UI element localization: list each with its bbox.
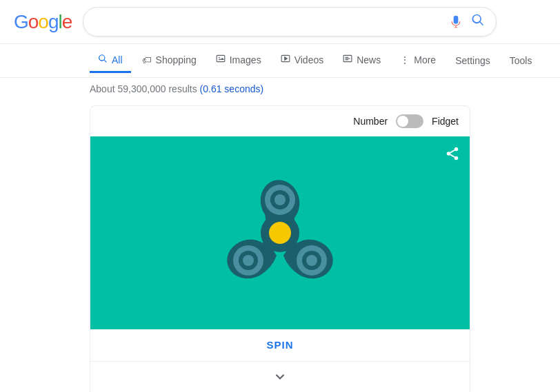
results-info: About 59,300,000 results (0.61 seconds) bbox=[0, 78, 560, 97]
tab-images-label: Images bbox=[230, 54, 261, 65]
tab-videos[interactable]: Videos bbox=[272, 48, 332, 73]
tab-videos-label: Videos bbox=[294, 54, 324, 65]
spinner-area bbox=[90, 136, 470, 329]
toggle-label-fidget: Fidget bbox=[432, 116, 459, 127]
tab-images[interactable]: Images bbox=[208, 48, 270, 73]
svg-point-22 bbox=[306, 255, 317, 266]
tab-shopping[interactable]: 🏷 Shopping bbox=[134, 49, 205, 73]
tools-link[interactable]: Tools bbox=[501, 50, 541, 72]
logo-e: e bbox=[62, 11, 72, 33]
search-button[interactable] bbox=[471, 13, 485, 30]
svg-point-28 bbox=[273, 226, 287, 240]
share-icon[interactable] bbox=[445, 146, 460, 165]
svg-point-9 bbox=[447, 152, 451, 156]
spinner-card: Number Fidget bbox=[90, 105, 470, 392]
search-input[interactable]: Fidget Spinner bbox=[94, 16, 449, 28]
settings-link[interactable]: Settings bbox=[447, 50, 499, 72]
tab-all-label: All bbox=[112, 54, 123, 65]
svg-line-11 bbox=[450, 154, 454, 157]
spin-button-area: SPIN bbox=[90, 329, 470, 362]
more-dots-icon: ⋮ bbox=[400, 54, 410, 65]
svg-marker-3 bbox=[284, 57, 287, 61]
tab-more-label: More bbox=[414, 54, 436, 65]
tab-news-label: News bbox=[357, 54, 381, 65]
results-count: About 59,300,000 results bbox=[90, 83, 197, 94]
microphone-icon[interactable] bbox=[449, 15, 463, 29]
svg-point-8 bbox=[454, 147, 459, 152]
google-logo[interactable]: Google bbox=[14, 11, 72, 33]
search-icons bbox=[449, 13, 485, 30]
svg-point-25 bbox=[243, 255, 254, 266]
shopping-icon: 🏷 bbox=[142, 54, 152, 65]
results-time: (0.61 seconds) bbox=[200, 83, 264, 94]
svg-point-10 bbox=[454, 156, 459, 161]
logo-o2: o bbox=[38, 11, 48, 33]
logo-o1: o bbox=[28, 11, 39, 33]
chevron-area[interactable] bbox=[90, 362, 470, 392]
nav-right: Settings Tools bbox=[447, 50, 540, 72]
spin-button[interactable]: SPIN bbox=[266, 339, 293, 351]
search-bar: Fidget Spinner bbox=[83, 7, 497, 37]
fidget-spinner-graphic[interactable] bbox=[211, 164, 349, 302]
svg-line-12 bbox=[450, 150, 454, 153]
toggle-label-number: Number bbox=[353, 116, 388, 127]
tab-shopping-label: Shopping bbox=[156, 54, 197, 65]
header: Google Fidget Spinner bbox=[0, 0, 560, 44]
svg-rect-0 bbox=[217, 55, 225, 61]
svg-point-19 bbox=[274, 194, 286, 205]
images-icon bbox=[216, 54, 226, 65]
logo-g: G bbox=[14, 11, 28, 33]
expand-chevron-icon bbox=[273, 373, 287, 386]
tab-more[interactable]: ⋮ More bbox=[392, 49, 444, 73]
news-icon bbox=[343, 54, 352, 65]
card-header: Number Fidget bbox=[90, 106, 470, 136]
all-icon bbox=[98, 54, 108, 65]
videos-icon bbox=[281, 54, 290, 65]
svg-point-1 bbox=[219, 57, 220, 59]
mode-toggle[interactable] bbox=[396, 114, 423, 128]
tab-all[interactable]: All bbox=[90, 48, 131, 73]
nav-tabs: All 🏷 Shopping Images Videos News ⋮ More… bbox=[0, 44, 560, 78]
tab-news[interactable]: News bbox=[334, 48, 389, 73]
logo-g2: g bbox=[48, 11, 59, 33]
